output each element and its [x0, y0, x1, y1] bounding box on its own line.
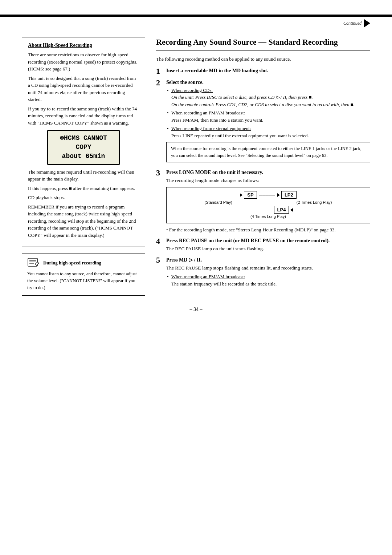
step-2-content: Select the source. When recording CDs: O… — [166, 80, 370, 165]
step-3-title: Press LONG MODE on the unit if necessary… — [166, 170, 370, 175]
step-3-subtitle: The recording length mode changes as fol… — [166, 177, 370, 184]
about-para2: This unit is so designed that a song (tr… — [28, 75, 139, 103]
step-5-number: 5 — [156, 256, 164, 264]
bullet-ext-label: When recording from external equipment: — [171, 126, 251, 131]
about-para3: If you try to re-record the same song (t… — [28, 105, 139, 127]
notes-header: During high-speed recording — [27, 258, 140, 268]
diagram-sp-label: SP — [244, 191, 257, 199]
diagram-lp2-sub: (2 Times Long Play) — [297, 200, 332, 204]
continued-label: Continued — [343, 21, 362, 26]
diagram-sp-sub: (Standard Play) — [204, 200, 232, 204]
lcd-display: ⊗HCMS CANNOT COPY about 65min — [47, 130, 120, 165]
lcd-line2: COPY — [52, 143, 115, 152]
continued-arrow-icon — [364, 19, 370, 28]
bullet-fmam-recording: When recording an FM/AM broadcast: The s… — [166, 273, 370, 287]
step-5-bullets: When recording an FM/AM broadcast: The s… — [166, 273, 370, 287]
notes-icon — [27, 258, 40, 268]
diagram-sp-lp2-row: SP ───── LP2 — [172, 191, 364, 199]
diagram-lp4-dash: ────── — [244, 207, 273, 212]
step-3: 3 Press LONG MODE on the unit if necessa… — [156, 170, 370, 234]
about-para4: The remaining time required until re-rec… — [28, 169, 139, 183]
bullet-ext: When recording from external equipment: … — [166, 125, 370, 139]
mode-diagram: SP ───── LP2 (Standard Play) (2 Times Lo… — [166, 187, 370, 223]
diagram-lp2-label: LP2 — [281, 191, 297, 199]
step-2-number: 2 — [156, 79, 164, 87]
left-column: About High-Speed Recording There are som… — [22, 37, 145, 296]
about-box-title: About High-Speed Recording — [28, 42, 139, 48]
step-1: 1 Insert a recordable MD in the MD loadi… — [156, 68, 370, 75]
step-1-number: 1 — [156, 67, 164, 75]
notes-box: During high-speed recording You cannot l… — [22, 254, 145, 296]
bullet-fmam-record-label: When recording an FM/AM broadcast: — [171, 274, 245, 279]
about-box: About High-Speed Recording There are som… — [22, 37, 145, 247]
step-5: 5 Press MD ▷ / II. The REC PAUSE lamp st… — [156, 257, 370, 289]
step-4: 4 Press REC PAUSE on the unit (or MD REC… — [156, 238, 370, 252]
notes-text: You cannot listen to any source, and the… — [27, 271, 140, 291]
bullet-cd-label: When recording CDs: — [171, 88, 213, 93]
diagram-arrow-sp-lp2 — [277, 193, 280, 197]
step-5-subtitle: The REC PAUSE lamp stops flashing and re… — [166, 264, 370, 272]
bullet-fmam-text: Press FM/AM, then tune into a station yo… — [171, 117, 264, 123]
step-1-title: Insert a recordable MD in the MD loading… — [166, 68, 370, 74]
diagram-arrow-right-icon: ───── — [259, 193, 275, 198]
step-4-title: Press REC PAUSE on the unit (or MD REC P… — [166, 238, 370, 244]
section-title: Recording Any Sound Source — Standard Re… — [156, 37, 370, 50]
section-intro: The following recording method can be ap… — [156, 56, 370, 63]
bullet-fmam-record-text: The station frequency will be recorded a… — [171, 281, 277, 287]
page-wrapper: Continued About High-Speed Recording The… — [0, 0, 392, 555]
step-4-content: Press REC PAUSE on the unit (or MD REC P… — [166, 238, 370, 252]
bullet-cd-on-unit: On the unit: Press DISC to select a disc… — [171, 94, 313, 100]
step-1-content: Insert a recordable MD in the MD loading… — [166, 68, 370, 75]
step-4-subtitle: The REC PAUSE lamp on the unit starts fl… — [166, 245, 370, 252]
right-column: Recording Any Sound Source — Standard Re… — [156, 37, 370, 296]
diagram-arrow-sp-start — [240, 193, 242, 197]
lcd-line1: ⊗HCMS CANNOT — [52, 134, 115, 143]
step-2-title: Select the source. — [166, 80, 370, 85]
diagram-lp4-row: ────── LP4 — [172, 206, 364, 214]
about-para5: If this happens, press ■ after the remai… — [28, 185, 139, 192]
lcd-line3: about 65min — [52, 152, 115, 161]
bullet-fmam: When recording an FM/AM broadcast: Press… — [166, 109, 370, 123]
notes-title: During high-speed recording — [43, 260, 101, 266]
step-2-bullet-list: When recording CDs: On the unit: Press D… — [166, 87, 370, 139]
page-number: – 34 – — [0, 307, 392, 312]
continued-bar: Continued — [0, 17, 392, 30]
step-5-title: Press MD ▷ / II. — [166, 257, 370, 263]
step-4-number: 4 — [156, 237, 164, 245]
step-2-info-box: When the source for recording is the equ… — [166, 142, 370, 162]
about-para7: REMEMBER if you are trying to record a p… — [28, 203, 139, 239]
diagram-arrow-lp4-left — [290, 208, 293, 212]
content-area: About High-Speed Recording There are som… — [0, 30, 392, 296]
step-3-content: Press LONG MODE on the unit if necessary… — [166, 170, 370, 234]
diagram-sub-labels: (Standard Play) (2 Times Long Play) — [172, 200, 364, 204]
bullet-cd: When recording CDs: On the unit: Press D… — [166, 87, 370, 108]
bullet-fmam-label: When recording an FM/AM broadcast: — [171, 110, 245, 116]
bullet-cd-remote: On the remote control: Press CD1, CD2, o… — [171, 102, 355, 107]
step-2: 2 Select the source. When recording CDs:… — [156, 80, 370, 165]
diagram-lp4-sub: (4 Times Long Play) — [172, 214, 364, 219]
step-5-content: Press MD ▷ / II. The REC PAUSE lamp stop… — [166, 257, 370, 289]
bullet-ext-text: Press LINE repeatedly until the external… — [171, 133, 309, 138]
step-3-number: 3 — [156, 169, 164, 177]
about-para6: CD playback stops. — [28, 194, 139, 201]
diagram-lp4-label: LP4 — [274, 206, 289, 214]
about-para1: There are some restrictions to observe f… — [28, 51, 139, 73]
step-3-note: • For the recording length mode, see "St… — [166, 226, 370, 234]
